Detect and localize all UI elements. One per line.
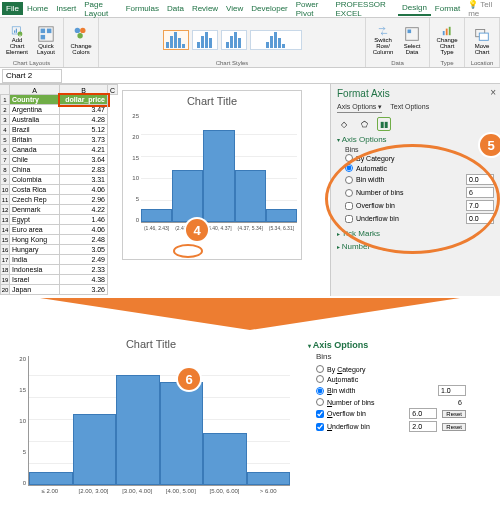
quick-layout[interactable]: Quick Layout (33, 25, 59, 55)
svg-point-11 (77, 33, 82, 38)
chart-title[interactable]: Chart Title (127, 95, 297, 107)
radio-bin-width-2[interactable] (316, 387, 324, 395)
tab-view[interactable]: View (222, 2, 247, 15)
spreadsheet[interactable]: A B C 1234567891011121314151617181920 Co… (0, 84, 120, 296)
pane-title: Format Axis (337, 88, 494, 99)
section-axis-options-2[interactable]: Axis Options (308, 340, 466, 350)
svg-point-9 (75, 28, 80, 33)
effects-icon[interactable]: ⬠ (357, 117, 371, 131)
callout-5-circle (325, 144, 500, 254)
col-a[interactable]: A (10, 84, 60, 95)
chart-2: Chart Title 20151050 6 ≤ 2.00[2.00, 3.00… (6, 332, 296, 512)
chart-style-1[interactable] (163, 30, 189, 50)
name-box[interactable] (2, 69, 62, 83)
chart-element-icon: + (7, 25, 27, 37)
tab-tell-me[interactable]: 💡 Tell me (464, 0, 500, 20)
col-c[interactable]: C (108, 84, 118, 95)
move-chart[interactable]: Move Chart (469, 25, 495, 55)
check-overflow-2[interactable] (316, 410, 324, 418)
input-underflow-2[interactable] (409, 421, 437, 432)
change-chart-type[interactable]: Change Chart Type (434, 25, 460, 55)
section-axis-options[interactable]: Axis Options (337, 135, 494, 144)
svg-rect-6 (41, 29, 46, 33)
switch-icon (373, 25, 393, 37)
layout-icon (36, 25, 56, 43)
callout-5: 5 (480, 134, 500, 156)
callout-4-circle (173, 244, 203, 258)
tab-professor-excel[interactable]: PROFESSOR EXCEL (331, 0, 397, 20)
group-location: Location (471, 60, 494, 67)
reset-overflow[interactable]: Reset (442, 410, 466, 418)
chart-styles-gallery[interactable] (163, 20, 302, 60)
format-axis-pane: × Format Axis Axis Options ▾ Text Option… (330, 84, 500, 296)
formula-bar-row (0, 68, 500, 84)
callout-6: 6 (178, 368, 200, 390)
axis-icon[interactable]: ▮▮ (377, 117, 391, 131)
tab-home[interactable]: Home (23, 2, 52, 15)
chart-type-icon (437, 25, 457, 37)
svg-rect-8 (41, 35, 46, 40)
reset-underflow[interactable]: Reset (442, 423, 466, 431)
tab-design[interactable]: Design (398, 1, 431, 16)
text-options-tab[interactable]: Text Options (390, 103, 429, 113)
svg-rect-15 (446, 29, 448, 36)
svg-rect-14 (443, 31, 445, 35)
tab-page-layout[interactable]: Page Layout (80, 0, 121, 20)
switch-row-column[interactable]: Switch Row/ Column (370, 25, 396, 55)
svg-rect-18 (479, 33, 488, 40)
chart-style-3[interactable] (221, 30, 247, 50)
arrow-down (40, 298, 460, 330)
chart-style-4[interactable] (250, 30, 302, 50)
col-b[interactable]: B (60, 84, 108, 95)
check-underflow-2[interactable] (316, 423, 324, 431)
palette-icon (71, 25, 91, 43)
svg-rect-1 (14, 30, 15, 32)
svg-rect-2 (16, 29, 17, 33)
tab-file[interactable]: File (2, 2, 23, 15)
chart-style-2[interactable] (192, 30, 218, 50)
group-chart-styles: Chart Styles (216, 60, 249, 67)
axis-options-tab[interactable]: Axis Options ▾ (337, 103, 382, 113)
add-chart-element[interactable]: +Add Chart Element (4, 25, 30, 55)
radio-num-bins-2[interactable] (316, 398, 324, 406)
select-data[interactable]: Select Data (399, 25, 425, 55)
svg-rect-16 (449, 27, 451, 35)
ribbon-tabs: File Home Insert Page Layout Formulas Da… (0, 0, 500, 18)
tab-developer[interactable]: Developer (247, 2, 291, 15)
chart-1[interactable]: Chart Title 2520151050 (1.46, 2.43](2.43… (122, 90, 302, 260)
input-bin-width-2[interactable] (438, 385, 466, 396)
fill-icon[interactable]: ◇ (337, 117, 351, 131)
group-chart-layouts: Chart Layouts (13, 60, 50, 67)
format-axis-pane-2: Axis Options Bins By Category Automatic … (302, 332, 472, 528)
move-chart-icon (472, 25, 492, 43)
tab-data[interactable]: Data (163, 2, 188, 15)
radio-automatic-2[interactable] (316, 375, 324, 383)
tab-power-pivot[interactable]: Power Pivot (292, 0, 332, 20)
radio-by-category-2[interactable] (316, 365, 324, 373)
callout-4: 4 (186, 219, 208, 241)
tab-format[interactable]: Format (431, 2, 464, 15)
select-data-icon (402, 25, 422, 43)
input-overflow-2[interactable] (409, 408, 437, 419)
tab-review[interactable]: Review (188, 2, 222, 15)
tab-formulas[interactable]: Formulas (122, 2, 163, 15)
group-type: Type (440, 60, 453, 67)
tab-insert[interactable]: Insert (52, 2, 80, 15)
close-pane[interactable]: × (490, 87, 496, 98)
svg-point-10 (80, 28, 85, 33)
svg-rect-13 (408, 30, 412, 34)
change-colors[interactable]: Change Colors (68, 25, 94, 55)
svg-rect-7 (47, 29, 52, 33)
chart2-title: Chart Title (12, 338, 290, 350)
ribbon: +Add Chart Element Quick Layout Chart La… (0, 18, 500, 68)
group-data: Data (391, 60, 404, 67)
